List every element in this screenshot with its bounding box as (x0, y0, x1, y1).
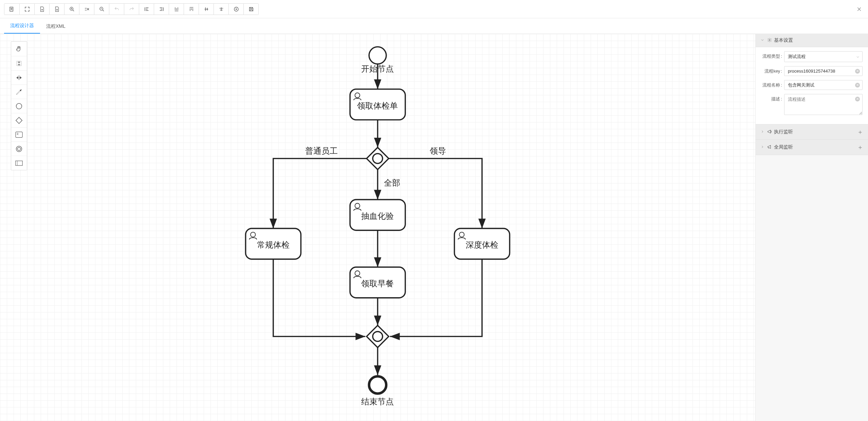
svg-rect-9 (16, 161, 22, 166)
properties-panel: 基本设置 流程类型 测试流程 流程key ✕ 流程名称 (755, 34, 868, 421)
svg-point-27 (769, 39, 770, 41)
align-vcenter-icon (219, 6, 224, 12)
section-basic[interactable]: 基本设置 (756, 34, 868, 47)
edge-label-leader: 领导 (430, 147, 446, 155)
add-exec-listener-button[interactable]: ＋ (857, 128, 863, 136)
task-collect-form[interactable]: 领取体检单 (350, 89, 405, 120)
svg-rect-5 (16, 132, 22, 137)
tool-start-event[interactable] (11, 99, 27, 113)
clear-icon[interactable]: ✕ (855, 97, 860, 101)
zoom-in-button[interactable] (64, 4, 79, 15)
svg-point-8 (17, 147, 20, 150)
align-right-button[interactable] (154, 4, 169, 15)
section-global-listener[interactable]: 全局监听 ＋ (756, 140, 868, 155)
input-key[interactable] (784, 66, 863, 76)
align-vcenter-button[interactable] (214, 4, 228, 15)
gateway-split[interactable] (367, 148, 389, 170)
tool-end-event[interactable] (11, 141, 27, 156)
label-key: 流程key (761, 66, 784, 74)
zoom-reset-button[interactable] (79, 4, 94, 15)
edge-label-regular: 普通员工 (305, 147, 338, 155)
svg-text:领取早餐: 领取早餐 (361, 279, 394, 288)
file-x-icon (40, 6, 44, 12)
align-hcenter-button[interactable] (199, 4, 214, 15)
tool-user-task[interactable] (11, 127, 27, 141)
align-left-button[interactable] (139, 4, 154, 15)
task-regular-check[interactable]: 常规体检 (246, 228, 301, 259)
align-bottom-icon (174, 6, 179, 12)
canvas[interactable]: 开始节点 领取体检单 普通员工 全部 (0, 34, 755, 421)
label-type: 流程类型 (761, 51, 784, 59)
close-button[interactable] (856, 6, 862, 12)
svg-text:领取体检单: 领取体检单 (357, 101, 398, 110)
label-desc: 描述 (761, 94, 784, 102)
textarea-desc[interactable] (784, 94, 863, 115)
undo-button[interactable] (109, 4, 124, 15)
file-down-icon (55, 6, 59, 12)
lasso-icon (16, 60, 22, 67)
gear-icon (767, 38, 772, 43)
open-button[interactable] (4, 4, 19, 15)
task-breakfast[interactable]: 领取早餐 (350, 267, 405, 298)
zoom-out-icon (99, 6, 105, 12)
task-blood-test[interactable]: 抽血化验 (350, 199, 405, 230)
space-icon (16, 74, 22, 81)
tool-hand[interactable] (11, 42, 27, 56)
download-svg-button[interactable] (49, 4, 64, 15)
tool-connect[interactable] (11, 84, 27, 99)
top-toolbar (0, 0, 868, 18)
user-task-icon (15, 131, 23, 138)
clear-icon[interactable]: ✕ (855, 83, 860, 88)
palette (11, 41, 27, 170)
align-bottom-button[interactable] (169, 4, 184, 15)
edge-label-all: 全部 (384, 178, 400, 187)
redo-icon (129, 6, 134, 12)
input-name[interactable] (784, 80, 863, 90)
start-event[interactable] (369, 47, 386, 64)
select-type[interactable]: 测试流程 (784, 51, 863, 62)
play-icon (234, 6, 239, 12)
add-global-listener-button[interactable]: ＋ (857, 143, 863, 151)
section-basic-title: 基本设置 (774, 37, 793, 43)
svg-point-6 (17, 133, 18, 134)
align-right-icon (159, 6, 164, 12)
tool-pool[interactable] (11, 156, 27, 170)
svg-text:抽血化验: 抽血化验 (361, 212, 394, 221)
tabs: 流程设计器 流程XML (0, 18, 868, 34)
tool-space[interactable] (11, 70, 27, 84)
save-icon (248, 6, 254, 12)
section-exec-listener[interactable]: 执行监听 ＋ (756, 124, 868, 140)
section-exec-title: 执行监听 (774, 129, 793, 135)
section-global-title: 全局监听 (774, 144, 793, 150)
circle-icon (15, 102, 23, 110)
redo-button[interactable] (124, 4, 139, 15)
hand-icon (16, 45, 22, 52)
tab-xml[interactable]: 流程XML (40, 20, 72, 34)
save-button[interactable] (243, 4, 258, 15)
simulate-button[interactable] (228, 4, 243, 15)
end-icon (15, 145, 23, 153)
svg-point-4 (16, 103, 22, 109)
svg-point-7 (16, 146, 22, 152)
import-icon (9, 6, 15, 12)
zoom-in-icon (69, 6, 75, 12)
tool-gateway[interactable] (11, 113, 27, 127)
end-label: 结束节点 (361, 397, 394, 406)
gateway-join[interactable] (367, 325, 389, 347)
download-xml-button[interactable] (34, 4, 49, 15)
tab-designer[interactable]: 流程设计器 (4, 19, 40, 34)
clear-icon[interactable]: ✕ (855, 69, 860, 74)
zoom-out-button[interactable] (94, 4, 109, 15)
align-top-button[interactable] (184, 4, 199, 15)
connect-icon (15, 88, 23, 96)
close-icon (856, 6, 862, 12)
svg-text:常规体检: 常规体检 (257, 241, 290, 249)
end-event[interactable] (369, 376, 386, 394)
chevron-down-icon (760, 38, 764, 43)
tool-lasso[interactable] (11, 56, 27, 70)
fit-icon (24, 6, 30, 12)
fit-button[interactable] (19, 4, 34, 15)
task-deep-check[interactable]: 深度体检 (455, 228, 510, 259)
section-basic-body: 流程类型 测试流程 流程key ✕ 流程名称 ✕ (756, 47, 868, 124)
align-hcenter-icon (204, 6, 209, 12)
